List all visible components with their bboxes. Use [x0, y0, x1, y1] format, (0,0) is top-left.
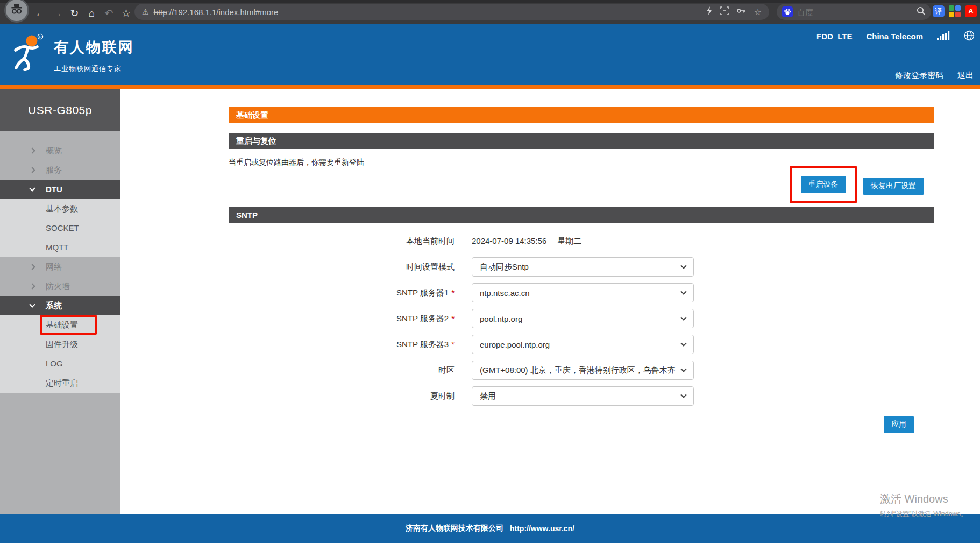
field-label: 时间设置模式 — [229, 262, 455, 272]
translate-extension-icon[interactable]: 译 — [933, 5, 945, 17]
bookmark-star-icon[interactable]: ☆ — [119, 6, 133, 21]
main-content: 基础设置 重启与复位 当重启或复位路由器后，你需要重新登陆 重启设备 恢复出厂设… — [120, 89, 980, 514]
baidu-paw-icon — [782, 6, 793, 17]
field-label: 本地当前时间 — [229, 236, 455, 246]
language-globe-icon[interactable] — [964, 30, 975, 43]
pill-star-icon[interactable]: ☆ — [754, 7, 762, 17]
form-row-dst: 夏时制 禁用 — [229, 386, 934, 406]
field-label: 夏时制 — [229, 391, 455, 401]
back-icon[interactable]: ← — [33, 6, 47, 21]
sidebar-item-dtu[interactable]: DTU — [0, 180, 120, 199]
windows-activation-watermark: 激活 Windows 转到“设置”以激活 Windows。 — [880, 492, 968, 519]
field-label: SNTP 服务器2* — [229, 314, 455, 324]
chevron-down-icon — [29, 185, 35, 191]
chevron-down-icon — [680, 263, 686, 269]
sidebar-item-overview[interactable]: 概览 — [0, 141, 120, 160]
sidebar-item-scheduled-restart[interactable]: 定时重启 — [0, 373, 120, 393]
adobe-extension-icon[interactable]: A — [965, 5, 977, 17]
chevron-down-icon — [680, 392, 686, 398]
extensions-grid-icon[interactable] — [949, 5, 961, 17]
form-row-sntp-server1: SNTP 服务器1* ntp.ntsc.ac.cn — [229, 283, 934, 302]
page-url: http://192.168.1.1/index.html#more — [154, 8, 279, 17]
browser-toolbar: ← → ↻ ⌂ ↶ ☆ ⚠ http://192.168.1.1/index.h… — [0, 0, 980, 24]
baidu-search-box[interactable] — [777, 4, 931, 20]
usr-logo-icon: R — [12, 33, 45, 74]
refresh-icon[interactable]: ↻ — [68, 6, 81, 21]
form-row-time-mode: 时间设置模式 自动同步Sntp — [229, 257, 934, 277]
not-secure-warning-icon[interactable]: ⚠ — [142, 8, 149, 16]
sntp-server2-select[interactable]: pool.ntp.org — [472, 309, 694, 328]
brand-title: 有人物联网 — [54, 38, 134, 57]
form-row-sntp-server3: SNTP 服务器3* europe.pool.ntp.org — [229, 335, 934, 354]
svg-text:R: R — [39, 35, 42, 39]
password-key-icon[interactable] — [737, 6, 746, 17]
sntp-section-header: SNTP — [229, 207, 934, 223]
chevron-right-icon — [29, 147, 35, 153]
form-row-local-time: 本地当前时间 2024-07-09 14:35:56星期二 — [229, 231, 934, 251]
chevron-down-icon — [29, 301, 35, 307]
search-magnifier-icon[interactable] — [917, 6, 926, 18]
form-row-sntp-server2: SNTP 服务器2* pool.ntp.org — [229, 309, 934, 328]
timezone-select[interactable]: (GMT+08:00) 北京，重庆，香港特别行政区，乌鲁木齐 — [472, 361, 694, 380]
search-input[interactable] — [797, 8, 912, 17]
field-label: SNTP 服务器3* — [229, 340, 455, 350]
local-time-value: 2024-07-09 14:35:56星期二 — [472, 236, 581, 246]
field-label: SNTP 服务器1* — [229, 288, 455, 298]
time-mode-select[interactable]: 自动同步Sntp — [472, 257, 694, 277]
footer-website-link[interactable]: http://www.usr.cn/ — [510, 524, 574, 533]
form-row-timezone: 时区 (GMT+08:00) 北京，重庆，香港特别行政区，乌鲁木齐 — [229, 361, 934, 380]
red-annotation-box-reboot: 重启设备 — [790, 166, 857, 203]
change-password-link[interactable]: 修改登录密码 — [895, 70, 943, 81]
network-type-label: FDD_LTE — [816, 32, 852, 41]
footer-company: 济南有人物联网技术有限公司 — [406, 524, 503, 533]
address-bar[interactable]: ⚠ http://192.168.1.1/index.html#more ☆ — [134, 4, 769, 20]
home-icon[interactable]: ⌂ — [85, 6, 98, 21]
reboot-note: 当重启或复位路由器后，你需要重新登陆 — [229, 158, 364, 167]
chevron-down-icon — [680, 288, 686, 294]
page-footer: 济南有人物联网技术有限公司 http://www.usr.cn/ — [0, 514, 980, 543]
sidebar-item-firewall[interactable]: 防火墙 — [0, 277, 120, 296]
sidebar-item-socket[interactable]: SOCKET — [0, 218, 120, 238]
incognito-icon — [10, 3, 24, 17]
chevron-down-icon — [680, 314, 686, 320]
undo-icon[interactable]: ↶ — [102, 6, 116, 21]
sntp-server3-select[interactable]: europe.pool.ntp.org — [472, 335, 694, 354]
sidebar-item-system[interactable]: 系统 — [0, 296, 120, 315]
sidebar-item-services[interactable]: 服务 — [0, 160, 120, 180]
chevron-down-icon — [680, 340, 686, 346]
chevron-down-icon — [680, 366, 686, 372]
sidebar-item-firmware-upgrade[interactable]: 固件升级 — [0, 335, 120, 354]
chevron-right-icon — [29, 283, 35, 289]
lightning-icon[interactable] — [706, 6, 712, 17]
sidebar-item-log[interactable]: LOG — [0, 354, 120, 373]
brand-logo: R 有人物联网 工业物联网通信专家 — [12, 33, 134, 74]
site-header: R 有人物联网 工业物联网通信专家 FDD_LTE China Telecom — [0, 24, 980, 89]
sidebar-item-basic-settings[interactable]: 基础设置 — [0, 315, 120, 335]
chevron-right-icon — [29, 264, 35, 270]
sidebar-nav: USR-G805p 概览 服务 DTU 基本参数 SOCKET MQTT 网络 … — [0, 89, 120, 514]
page-title: 基础设置 — [229, 107, 934, 123]
reboot-device-button[interactable]: 重启设备 — [801, 176, 846, 193]
logout-link[interactable]: 退出 — [957, 70, 974, 81]
sntp-server1-select[interactable]: ntp.ntsc.ac.cn — [472, 283, 694, 302]
dst-select[interactable]: 禁用 — [472, 386, 694, 406]
factory-reset-button[interactable]: 恢复出厂设置 — [863, 178, 924, 195]
sidebar-item-network[interactable]: 网络 — [0, 257, 120, 277]
device-model-title: USR-G805p — [0, 89, 120, 131]
forward-icon[interactable]: → — [51, 6, 64, 21]
apply-button[interactable]: 应用 — [884, 416, 914, 433]
sidebar-item-mqtt[interactable]: MQTT — [0, 238, 120, 257]
field-label: 时区 — [229, 365, 455, 376]
reboot-section-header: 重启与复位 — [229, 133, 934, 149]
signal-strength-icon — [937, 31, 950, 42]
brand-subtitle: 工业物联网通信专家 — [54, 64, 134, 74]
chevron-right-icon — [29, 167, 35, 173]
incognito-profile-badge[interactable] — [4, 0, 29, 23]
carrier-label: China Telecom — [866, 32, 923, 41]
reader-mode-icon[interactable] — [720, 6, 729, 17]
sidebar-item-basic-params[interactable]: 基本参数 — [0, 199, 120, 218]
